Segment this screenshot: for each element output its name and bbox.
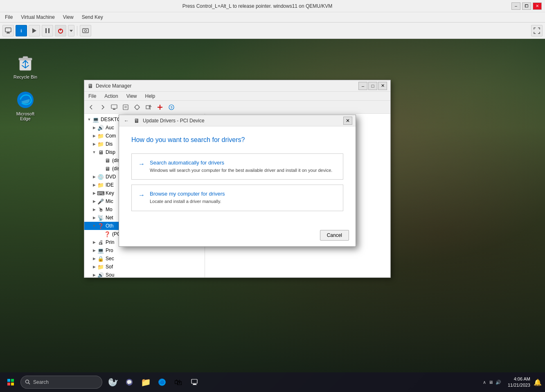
dm-menu-help[interactable]: Help xyxy=(143,92,158,100)
taskbar-vm-icon[interactable] xyxy=(187,375,202,390)
ud-option-browse[interactable]: → Browse my computer for drivers Locate … xyxy=(131,185,343,211)
dm-title-buttons: – □ ✕ xyxy=(358,82,387,90)
taskbar-widgets-icon[interactable]: 🦭 xyxy=(106,375,120,390)
ms-edge-icon[interactable]: Microsoft Edge xyxy=(11,90,40,121)
tray-overflow-btn[interactable]: ∧ xyxy=(483,380,486,385)
svg-rect-7 xyxy=(48,28,50,33)
clock-date: 11/21/2023 xyxy=(508,382,530,388)
tree-icon-mic: 🎤 xyxy=(97,198,104,205)
tree-item-sof[interactable]: ▶ 📁 Sof xyxy=(84,263,205,271)
svg-rect-0 xyxy=(5,28,11,32)
tree-expand-dvd: ▶ xyxy=(91,175,97,179)
svg-point-23 xyxy=(135,105,139,109)
dm-window-icon: 🖥 xyxy=(88,83,93,89)
recycle-bin-icon[interactable]: Recycle Bin xyxy=(11,53,40,79)
display-btn[interactable] xyxy=(2,25,14,36)
tree-item-sou[interactable]: ▶ 🔊 Sou xyxy=(84,271,205,277)
taskbar-start-btn[interactable] xyxy=(3,375,18,390)
screenshot-btn[interactable] xyxy=(80,25,91,36)
tree-label-sec: Sec xyxy=(106,256,114,261)
virt-menu-vm[interactable]: Virtual Machine xyxy=(19,14,56,21)
clock-time: 4:06 AM xyxy=(508,376,530,382)
ud-title-bar: ← 🖥 Update Drivers - PCI Device ✕ xyxy=(119,115,356,126)
ms-edge-image xyxy=(16,90,35,110)
dm-drivers-btn[interactable] xyxy=(143,102,154,113)
dm-title-bar: 🖥 Device Manager – □ ✕ xyxy=(84,80,390,92)
tree-icon-auc: 🔊 xyxy=(97,124,104,131)
fullscreen-btn[interactable] xyxy=(531,25,543,36)
tree-expand-auc: ▶ xyxy=(91,126,97,130)
dm-menu-file[interactable]: File xyxy=(86,92,99,100)
virt-maximize-btn[interactable]: ⧠ xyxy=(522,2,531,10)
virt-title-buttons: – ⧠ ✕ xyxy=(511,2,542,10)
ud-option-auto-search[interactable]: → Search automatically for drivers Windo… xyxy=(131,153,343,180)
ud-option-browse-desc: Locate and install a driver manually. xyxy=(150,198,225,205)
power-btn[interactable] xyxy=(55,25,66,36)
virt-title-text: Press Control_L+Alt_L to release pointer… xyxy=(3,3,511,9)
tree-label-ide: IDE xyxy=(106,182,114,188)
dm-minimize-btn[interactable]: – xyxy=(358,82,367,90)
ud-cancel-btn[interactable]: Cancel xyxy=(320,230,349,241)
tree-expand-com: ▶ xyxy=(91,134,97,138)
dm-update-btn[interactable] xyxy=(155,102,165,113)
dm-back-btn[interactable] xyxy=(86,102,97,113)
system-tray: ∧ 🖥 🔊 xyxy=(480,380,504,385)
svg-marker-10 xyxy=(70,30,73,32)
svg-rect-11 xyxy=(83,29,88,33)
tree-icon-dvd: 💿 xyxy=(97,173,104,180)
taskbar-chat-icon[interactable]: 💬 xyxy=(122,375,137,390)
tree-expand-pro: ▶ xyxy=(91,248,97,252)
pause-btn[interactable] xyxy=(42,25,53,36)
play-btn[interactable] xyxy=(29,25,40,36)
svg-point-12 xyxy=(85,29,87,32)
svg-point-38 xyxy=(26,380,29,383)
taskbar-explorer-icon[interactable]: 📁 xyxy=(138,375,153,390)
tray-network-icon[interactable]: 🖥 xyxy=(489,380,493,385)
svg-rect-6 xyxy=(45,28,47,33)
power-dropdown-btn[interactable] xyxy=(68,25,74,36)
virt-menu-file[interactable]: File xyxy=(3,14,14,21)
tree-icon-pro: 💻 xyxy=(97,247,104,254)
taskbar-edge-icon[interactable] xyxy=(155,375,169,390)
dm-close-btn[interactable]: ✕ xyxy=(378,82,387,90)
tree-expand-prin: ▶ xyxy=(91,240,97,244)
dm-computer-btn[interactable] xyxy=(109,102,119,113)
notification-bell-icon[interactable]: 🔔 xyxy=(534,378,542,386)
virt-minimize-btn[interactable]: – xyxy=(511,2,520,10)
tree-icon-dis: 📁 xyxy=(97,141,104,147)
tree-label-dis: Dis xyxy=(106,141,113,147)
tree-icon-disp1: 🖥 xyxy=(104,157,110,164)
taskbar-search[interactable]: Search xyxy=(20,376,102,389)
tree-expand-dis: ▶ xyxy=(91,142,97,146)
recycle-bin-image xyxy=(16,53,35,73)
dm-properties-btn[interactable] xyxy=(120,102,131,113)
info-btn[interactable]: i xyxy=(16,25,27,36)
dm-maximize-btn[interactable]: □ xyxy=(368,82,377,90)
virt-close-btn[interactable]: ✕ xyxy=(533,2,542,10)
virt-menu-sendkey[interactable]: Send Key xyxy=(80,14,105,21)
tree-item-sec[interactable]: ▶ 🔒 Sec xyxy=(84,255,205,263)
tree-icon-key: ⌨ xyxy=(97,190,104,196)
ud-heading: How do you want to search for drivers? xyxy=(131,136,343,144)
virt-menu-view[interactable]: View xyxy=(61,14,75,21)
ud-option-auto-title: Search automatically for drivers xyxy=(150,160,332,166)
dm-menu-view[interactable]: View xyxy=(124,92,140,100)
ud-close-btn[interactable]: ✕ xyxy=(343,117,352,125)
tree-item-pro[interactable]: ▶ 💻 Pro xyxy=(84,246,205,255)
tree-label-oth: Oth xyxy=(106,223,113,229)
dm-help-btn[interactable]: ? xyxy=(166,102,177,113)
dm-forward-btn[interactable] xyxy=(97,102,108,113)
ud-back-nav-btn[interactable]: ← xyxy=(122,117,131,124)
virt-title-row: Press Control_L+Alt_L to release pointer… xyxy=(0,0,545,12)
svg-rect-36 xyxy=(7,383,10,385)
tree-expand-net: ▶ xyxy=(91,216,97,220)
dm-scan-btn[interactable] xyxy=(132,102,142,113)
tray-volume-icon[interactable]: 🔊 xyxy=(495,380,501,385)
tree-label-auc: Auc xyxy=(106,125,114,131)
tree-expand-disp: ▼ xyxy=(91,150,97,154)
toolbar-separator xyxy=(77,26,77,36)
dm-title-content: 🖥 Device Manager xyxy=(88,83,131,89)
clock-display[interactable]: 4:06 AM 11/21/2023 xyxy=(508,376,530,389)
taskbar-store-icon[interactable]: 🛍 xyxy=(171,375,186,390)
dm-menu-action[interactable]: Action xyxy=(102,92,120,100)
